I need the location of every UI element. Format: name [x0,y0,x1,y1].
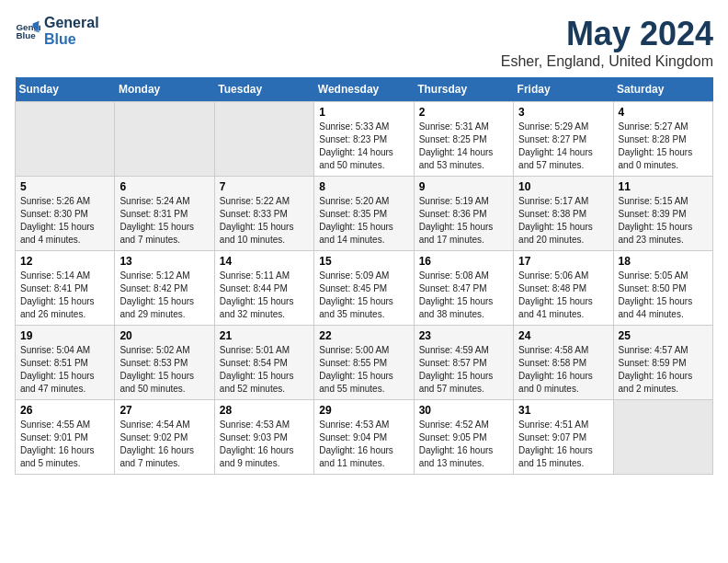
day-number: 11 [619,180,708,193]
day-number: 2 [419,106,508,119]
day-cell: 6Sunrise: 5:24 AM Sunset: 8:31 PM Daylig… [115,177,214,251]
title-section: May 2024 Esher, England, United Kingdom [501,15,713,70]
col-header-saturday: Saturday [613,77,712,102]
day-cell: 11Sunrise: 5:15 AM Sunset: 8:39 PM Dayli… [613,177,712,251]
day-info: Sunrise: 5:09 AM Sunset: 8:45 PM Dayligh… [319,270,408,321]
day-number: 27 [119,404,209,417]
day-cell: 18Sunrise: 5:05 AM Sunset: 8:50 PM Dayli… [613,251,712,326]
day-number: 29 [319,404,408,417]
day-info: Sunrise: 4:53 AM Sunset: 9:03 PM Dayligh… [220,419,309,470]
day-cell: 23Sunrise: 4:59 AM Sunset: 8:57 PM Dayli… [414,326,513,400]
week-row-3: 12Sunrise: 5:14 AM Sunset: 8:41 PM Dayli… [16,251,713,326]
day-info: Sunrise: 4:53 AM Sunset: 9:04 PM Dayligh… [319,419,408,470]
day-info: Sunrise: 4:55 AM Sunset: 9:01 PM Dayligh… [20,419,109,470]
col-header-friday: Friday [514,77,613,102]
day-number: 26 [20,404,109,417]
logo-line2: Blue [44,31,99,48]
week-row-4: 19Sunrise: 5:04 AM Sunset: 8:51 PM Dayli… [16,326,713,400]
day-number: 7 [220,180,309,193]
day-number: 1 [319,106,408,119]
day-cell: 28Sunrise: 4:53 AM Sunset: 9:03 PM Dayli… [214,400,313,475]
day-info: Sunrise: 5:17 AM Sunset: 8:38 PM Dayligh… [518,195,608,247]
day-cell: 10Sunrise: 5:17 AM Sunset: 8:38 PM Dayli… [514,177,613,251]
day-cell: 4Sunrise: 5:27 AM Sunset: 8:28 PM Daylig… [613,102,712,177]
day-cell [16,102,115,177]
logo-line1: General [44,15,99,31]
subtitle: Esher, England, United Kingdom [501,53,713,70]
col-header-wednesday: Wednesday [314,77,414,102]
day-cell: 31Sunrise: 4:51 AM Sunset: 9:07 PM Dayli… [514,400,613,475]
day-cell: 12Sunrise: 5:14 AM Sunset: 8:41 PM Dayli… [16,251,115,326]
day-number: 20 [119,329,209,342]
day-cell: 25Sunrise: 4:57 AM Sunset: 8:59 PM Dayli… [613,326,712,400]
day-number: 3 [518,106,608,119]
day-info: Sunrise: 5:14 AM Sunset: 8:41 PM Dayligh… [20,270,109,321]
day-info: Sunrise: 5:27 AM Sunset: 8:28 PM Dayligh… [619,121,708,172]
day-info: Sunrise: 4:51 AM Sunset: 9:07 PM Dayligh… [518,419,608,470]
day-cell: 22Sunrise: 5:00 AM Sunset: 8:55 PM Dayli… [314,326,414,400]
week-row-1: 1Sunrise: 5:33 AM Sunset: 8:23 PM Daylig… [16,102,713,177]
day-info: Sunrise: 5:12 AM Sunset: 8:42 PM Dayligh… [119,270,209,321]
day-number: 13 [119,255,209,268]
main-title: May 2024 [501,15,713,53]
day-info: Sunrise: 5:06 AM Sunset: 8:48 PM Dayligh… [518,270,608,321]
day-number: 15 [319,255,408,268]
day-cell: 26Sunrise: 4:55 AM Sunset: 9:01 PM Dayli… [16,400,115,475]
day-number: 18 [619,255,708,268]
svg-text:Blue: Blue [16,30,36,40]
day-info: Sunrise: 4:57 AM Sunset: 8:59 PM Dayligh… [619,344,708,396]
week-row-2: 5Sunrise: 5:26 AM Sunset: 8:30 PM Daylig… [16,177,713,251]
page-header: General Blue General Blue May 2024 Esher… [15,15,713,70]
day-info: Sunrise: 5:00 AM Sunset: 8:55 PM Dayligh… [319,344,408,396]
day-cell: 29Sunrise: 4:53 AM Sunset: 9:04 PM Dayli… [314,400,414,475]
day-cell: 21Sunrise: 5:01 AM Sunset: 8:54 PM Dayli… [214,326,313,400]
day-number: 16 [419,255,508,268]
day-number: 8 [319,180,408,193]
day-cell [214,102,313,177]
day-cell: 1Sunrise: 5:33 AM Sunset: 8:23 PM Daylig… [314,102,414,177]
day-cell [613,400,712,475]
day-number: 17 [518,255,608,268]
day-cell: 2Sunrise: 5:31 AM Sunset: 8:25 PM Daylig… [414,102,513,177]
calendar-table: SundayMondayTuesdayWednesdayThursdayFrid… [15,77,713,475]
col-header-tuesday: Tuesday [214,77,313,102]
day-number: 6 [119,180,209,193]
col-header-sunday: Sunday [16,77,115,102]
day-cell [115,102,214,177]
day-cell: 17Sunrise: 5:06 AM Sunset: 8:48 PM Dayli… [514,251,613,326]
day-info: Sunrise: 5:08 AM Sunset: 8:47 PM Dayligh… [419,270,508,321]
day-number: 23 [419,329,508,342]
day-number: 9 [419,180,508,193]
header-row: SundayMondayTuesdayWednesdayThursdayFrid… [16,77,713,102]
day-info: Sunrise: 5:19 AM Sunset: 8:36 PM Dayligh… [419,195,508,247]
day-cell: 19Sunrise: 5:04 AM Sunset: 8:51 PM Dayli… [16,326,115,400]
day-cell: 16Sunrise: 5:08 AM Sunset: 8:47 PM Dayli… [414,251,513,326]
day-cell: 8Sunrise: 5:20 AM Sunset: 8:35 PM Daylig… [314,177,414,251]
day-info: Sunrise: 5:22 AM Sunset: 8:33 PM Dayligh… [220,195,309,247]
day-number: 30 [419,404,508,417]
day-cell: 3Sunrise: 5:29 AM Sunset: 8:27 PM Daylig… [514,102,613,177]
day-info: Sunrise: 5:01 AM Sunset: 8:54 PM Dayligh… [220,344,309,396]
day-number: 31 [518,404,608,417]
day-info: Sunrise: 5:11 AM Sunset: 8:44 PM Dayligh… [220,270,309,321]
day-info: Sunrise: 5:02 AM Sunset: 8:53 PM Dayligh… [119,344,209,396]
day-number: 12 [20,255,109,268]
day-cell: 30Sunrise: 4:52 AM Sunset: 9:05 PM Dayli… [414,400,513,475]
day-cell: 9Sunrise: 5:19 AM Sunset: 8:36 PM Daylig… [414,177,513,251]
day-info: Sunrise: 5:05 AM Sunset: 8:50 PM Dayligh… [619,270,708,321]
day-cell: 14Sunrise: 5:11 AM Sunset: 8:44 PM Dayli… [214,251,313,326]
day-number: 10 [518,180,608,193]
day-cell: 24Sunrise: 4:58 AM Sunset: 8:58 PM Dayli… [514,326,613,400]
day-info: Sunrise: 4:58 AM Sunset: 8:58 PM Dayligh… [518,344,608,396]
day-cell: 13Sunrise: 5:12 AM Sunset: 8:42 PM Dayli… [115,251,214,326]
day-number: 5 [20,180,109,193]
day-info: Sunrise: 5:31 AM Sunset: 8:25 PM Dayligh… [419,121,508,172]
day-cell: 15Sunrise: 5:09 AM Sunset: 8:45 PM Dayli… [314,251,414,326]
day-info: Sunrise: 4:59 AM Sunset: 8:57 PM Dayligh… [419,344,508,396]
day-number: 25 [619,329,708,342]
day-number: 22 [319,329,408,342]
day-cell: 7Sunrise: 5:22 AM Sunset: 8:33 PM Daylig… [214,177,313,251]
day-info: Sunrise: 5:33 AM Sunset: 8:23 PM Dayligh… [319,121,408,172]
day-cell: 20Sunrise: 5:02 AM Sunset: 8:53 PM Dayli… [115,326,214,400]
day-number: 28 [220,404,309,417]
